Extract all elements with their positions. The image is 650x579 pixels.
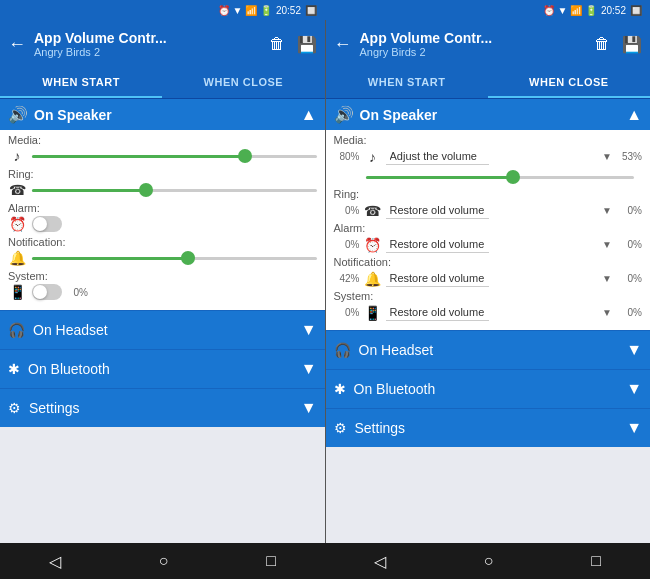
right-appbar-actions: 🗑 💾 xyxy=(594,35,642,54)
right-volume-section: Media: 80% ♪ Adjust the volume Restore o… xyxy=(326,130,651,330)
right-bluetooth-chevron: ▼ xyxy=(626,380,642,398)
right-bluetooth-label: On Bluetooth xyxy=(354,381,436,397)
right-content: 🔊 On Speaker ▲ Media: 80% ♪ Adjust the v… xyxy=(326,99,651,543)
right-settings-chevron: ▼ xyxy=(626,419,642,437)
left-tabs: WHEN START WHEN CLOSE xyxy=(0,68,325,99)
left-ring-slider[interactable] xyxy=(32,183,317,197)
left-nav-home[interactable]: ○ xyxy=(139,548,189,574)
right-system-right-pct: 0% xyxy=(616,307,642,318)
status-bar-right: ⏰ ▼ 📶 🔋 20:52 🔲 xyxy=(325,5,650,16)
right-speaker-icon: 🔊 xyxy=(334,105,354,124)
right-headset-item[interactable]: 🎧 On Headset ▼ xyxy=(326,330,651,369)
left-nav-recent[interactable]: □ xyxy=(246,548,296,574)
right-nav-recent[interactable]: □ xyxy=(571,548,621,574)
left-alarm-toggle[interactable] xyxy=(32,216,62,232)
left-ring-fill xyxy=(32,189,146,192)
left-system-label: System: xyxy=(8,270,317,282)
right-tab-when-start[interactable]: WHEN START xyxy=(326,68,488,98)
right-ring-dropdown[interactable]: Restore old volume Adjust the volume xyxy=(386,202,489,219)
right-alarm-dropdown-row: 0% ⏰ Restore old volume Adjust the volum… xyxy=(334,236,643,253)
right-media-slider-container xyxy=(334,168,643,188)
right-nav-back[interactable]: ◁ xyxy=(354,548,406,575)
right-media-icon: ♪ xyxy=(364,149,382,165)
right-notification-label: Notification: xyxy=(334,256,643,268)
right-speaker-title: On Speaker xyxy=(360,107,438,123)
screens-container: ← App Volume Contr... Angry Birds 2 🗑 💾 … xyxy=(0,20,650,543)
left-appbar-actions: 🗑 💾 xyxy=(269,35,317,54)
right-bluetooth-item[interactable]: ✱ On Bluetooth ▼ xyxy=(326,369,651,408)
left-nav-back[interactable]: ◁ xyxy=(29,548,81,575)
right-media-thumb xyxy=(506,170,520,184)
right-nav-home[interactable]: ○ xyxy=(464,548,514,574)
left-system-toggle[interactable] xyxy=(32,284,62,300)
right-title-group: App Volume Contr... Angry Birds 2 xyxy=(360,30,587,58)
right-notification-dropdown[interactable]: Restore old volume Adjust the volume xyxy=(386,270,489,287)
right-alarm-dropdown[interactable]: Restore old volume Adjust the volume xyxy=(386,236,489,253)
left-app-subtitle: Angry Birds 2 xyxy=(34,46,261,58)
left-headset-item[interactable]: 🎧 On Headset ▼ xyxy=(0,310,325,349)
left-speaker-icon: 🔊 xyxy=(8,105,28,124)
left-notification-thumb xyxy=(181,251,195,265)
right-settings-label: Settings xyxy=(355,420,406,436)
right-alarm-left-pct: 0% xyxy=(334,239,360,250)
right-system-slider-wrap: Restore old volume Adjust the volume xyxy=(386,304,599,321)
right-settings-item[interactable]: ⚙ Settings ▼ xyxy=(326,408,651,447)
right-ring-left-pct: 0% xyxy=(334,205,360,216)
right-system-dropdown[interactable]: Restore old volume Adjust the volume xyxy=(386,304,489,321)
right-notification-icon: 🔔 xyxy=(364,271,382,287)
right-tab-when-close[interactable]: WHEN CLOSE xyxy=(488,68,650,98)
left-bluetooth-item[interactable]: ✱ On Bluetooth ▼ xyxy=(0,349,325,388)
left-speaker-header[interactable]: 🔊 On Speaker ▲ xyxy=(0,99,325,130)
right-media-dropdown[interactable]: Adjust the volume Restore old volume xyxy=(386,148,489,165)
left-headset-chevron: ▼ xyxy=(301,321,317,339)
right-speaker-header[interactable]: 🔊 On Speaker ▲ xyxy=(326,99,651,130)
left-back-button[interactable]: ← xyxy=(8,34,26,55)
right-back-button[interactable]: ← xyxy=(334,34,352,55)
left-notification-slider[interactable] xyxy=(32,251,317,265)
left-bluetooth-icon: ✱ xyxy=(8,361,20,377)
left-save-button[interactable]: 💾 xyxy=(297,35,317,54)
right-app-title: App Volume Contr... xyxy=(360,30,587,46)
left-tab-when-start[interactable]: WHEN START xyxy=(0,68,162,98)
right-alarm-dropdown-arrow: ▼ xyxy=(602,239,612,250)
right-media-fill xyxy=(366,176,514,179)
left-notification-icon: 🔔 xyxy=(8,250,26,266)
left-settings-item[interactable]: ⚙ Settings ▼ xyxy=(0,388,325,427)
right-media-slider[interactable] xyxy=(366,170,635,184)
left-trash-button[interactable]: 🗑 xyxy=(269,35,285,53)
left-media-icon: ♪ xyxy=(8,148,26,164)
left-headset-label: On Headset xyxy=(33,322,108,338)
left-settings-label: Settings xyxy=(29,400,80,416)
right-headset-label: On Headset xyxy=(359,342,434,358)
left-media-slider[interactable] xyxy=(32,149,317,163)
left-alarm-label: Alarm: xyxy=(8,202,317,214)
right-alarm-icon: ⏰ xyxy=(364,237,382,253)
right-notification-slider-wrap: Restore old volume Adjust the volume xyxy=(386,270,599,287)
left-media-fill xyxy=(32,155,245,158)
left-volume-section: Media: ♪ Ring: ☎ xyxy=(0,130,325,310)
left-tab-when-close[interactable]: WHEN CLOSE xyxy=(162,68,324,98)
status-bar-left: ⏰ ▼ 📶 🔋 App Volume Contr... 20:52 🔲 xyxy=(0,5,325,16)
left-panel: ← App Volume Contr... Angry Birds 2 🗑 💾 … xyxy=(0,20,326,543)
right-alarm-label: Alarm: xyxy=(334,222,643,234)
left-title-group: App Volume Contr... Angry Birds 2 xyxy=(34,30,261,58)
right-system-dropdown-arrow: ▼ xyxy=(602,307,612,318)
left-ring-icon: ☎ xyxy=(8,182,26,198)
time-right: 20:52 xyxy=(601,5,626,16)
right-save-button[interactable]: 💾 xyxy=(622,35,642,54)
left-content: 🔊 On Speaker ▲ Media: ♪ xyxy=(0,99,325,543)
battery-icon-right: 🔲 xyxy=(630,5,642,16)
right-bluetooth-icon: ✱ xyxy=(334,381,346,397)
left-system-knob xyxy=(33,285,47,299)
right-system-dropdown-row: 0% 📱 Restore old volume Adjust the volum… xyxy=(334,304,643,321)
right-trash-button[interactable]: 🗑 xyxy=(594,35,610,53)
left-system-icon: 📱 xyxy=(8,284,26,300)
status-icons-left: ⏰ ▼ 📶 🔋 xyxy=(218,5,272,16)
battery-icon-left: 🔲 xyxy=(305,5,317,16)
right-notification-right-pct: 0% xyxy=(616,273,642,284)
right-media-right-pct: 53% xyxy=(616,151,642,162)
right-media-label: Media: xyxy=(334,134,643,146)
left-alarm-row: ⏰ xyxy=(8,216,317,232)
left-settings-icon: ⚙ xyxy=(8,400,21,416)
left-media-track xyxy=(32,155,317,158)
